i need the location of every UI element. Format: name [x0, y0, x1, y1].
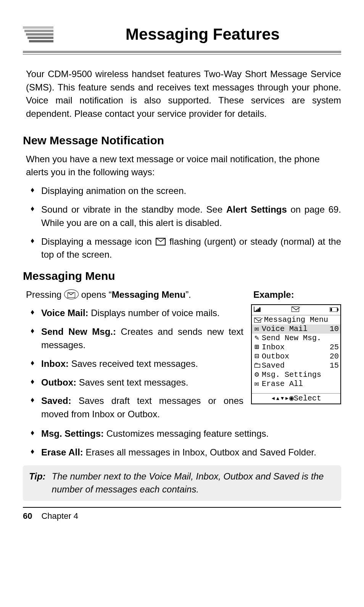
list-item: Saved: Saves draft text messages or ones… — [26, 394, 243, 421]
message-status-icon — [291, 305, 300, 315]
header-rule — [23, 51, 341, 55]
nav-arrows-icon: ◂▴▾▸ — [271, 394, 289, 403]
chapter-header: Messaging Features — [23, 23, 341, 46]
phone-menu-row: ✉Erase All — [252, 379, 340, 389]
notification-list: Displaying animation on the screen. Soun… — [26, 184, 341, 262]
envelope-icon — [253, 315, 262, 324]
phone-menu-title: Messaging Menu — [252, 315, 340, 324]
menu-list: Voice Mail: Displays number of voice mai… — [26, 307, 243, 421]
list-item: Displaying animation on the screen. — [26, 184, 341, 198]
alert-settings-ref: Alert Settings — [226, 204, 287, 215]
settings-icon: ⚙ — [253, 370, 260, 379]
row-count: 25 — [330, 343, 339, 352]
compose-icon: ✎ — [253, 334, 260, 343]
message-key-icon — [64, 289, 79, 299]
softkey-label: Select — [294, 394, 321, 403]
list-item: Inbox: Saves received text messages. — [26, 357, 243, 371]
row-count: 10 — [330, 324, 339, 334]
row-count: 15 — [330, 361, 339, 370]
tip-text: The number next to the Voice Mail, Inbox… — [52, 470, 335, 497]
battery-icon — [330, 305, 339, 315]
phone-menu-row: ✎Send New Msg. — [252, 334, 340, 343]
section-heading-menu: Messaging Menu — [23, 268, 341, 284]
section-heading-notification: New Message Notification — [23, 132, 341, 149]
voicemail-icon: ✉ — [253, 324, 260, 334]
phone-menu-row: 🗀Saved 15 — [252, 361, 340, 370]
signal-icon — [253, 305, 261, 315]
svg-rect-1 — [337, 308, 338, 311]
list-item: Msg. Settings: Customizes messaging feat… — [26, 427, 341, 441]
header-bars-icon — [23, 26, 53, 42]
list-item: Send New Msg.: Creates and sends new tex… — [26, 325, 243, 352]
phone-softkey-bar: ◂▴▾▸◉Select — [252, 393, 340, 404]
erase-icon: ✉ — [253, 379, 260, 389]
list-item: Voice Mail: Displays number of voice mai… — [26, 307, 243, 320]
phone-menu-row: ⚙Msg. Settings — [252, 370, 340, 379]
list-item: Sound or vibrate in the standby mode. Se… — [26, 203, 341, 230]
saved-icon: 🗀 — [253, 361, 260, 370]
outbox-icon: ⊟ — [253, 352, 260, 361]
phone-menu-row: ⊟Outbox 20 — [252, 352, 340, 361]
menu-list-continued: Msg. Settings: Customizes messaging feat… — [26, 427, 341, 459]
footer-rule — [23, 507, 341, 508]
chapter-label: Chapter 4 — [41, 510, 78, 522]
intro-paragraph: Your CDM-9500 wireless handset features … — [26, 68, 341, 121]
menu-lead: Pressing opens “Messaging Menu”. — [26, 288, 243, 302]
list-item: Outbox: Saves sent text messages. — [26, 376, 243, 389]
example-label: Example: — [253, 288, 341, 302]
phone-menu-row: ⊞Inbox 25 — [252, 343, 340, 352]
page-number: 60 — [23, 510, 32, 522]
list-item: Erase All: Erases all messages in Inbox,… — [26, 446, 341, 459]
svg-rect-2 — [330, 308, 332, 311]
row-count: 20 — [330, 352, 339, 361]
list-item: Displaying a message icon flashing (urge… — [26, 235, 341, 262]
phone-menu-row: ✉Voice Mail 10 — [252, 324, 340, 334]
page-title: Messaging Features — [64, 23, 341, 46]
nav-center-icon: ◉ — [289, 394, 294, 403]
tip-box: Tip: The number next to the Voice Mail, … — [23, 465, 341, 501]
notification-lead: When you have a new text message or voic… — [26, 153, 341, 179]
message-icon — [156, 238, 166, 245]
page-footer: 60 Chapter 4 — [23, 510, 341, 522]
phone-screen-example: Messaging Menu ✉Voice Mail 10 ✎Send New … — [251, 304, 341, 404]
tip-label: Tip: — [29, 470, 46, 497]
phone-status-bar — [252, 305, 340, 315]
inbox-icon: ⊞ — [253, 343, 260, 352]
